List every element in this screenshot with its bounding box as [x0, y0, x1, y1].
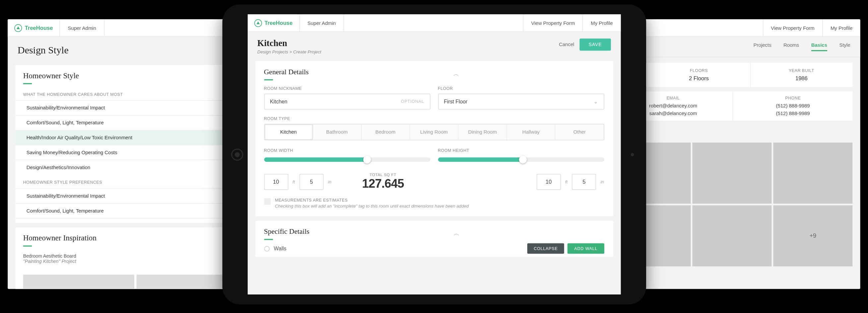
- nav-view-property-form[interactable]: View Property Form: [523, 14, 583, 31]
- brand[interactable]: TreeHouse: [8, 19, 60, 36]
- section-title-text: Specific Details: [264, 227, 309, 236]
- stat-label: FLOORS: [651, 68, 747, 73]
- unit-label: in: [601, 179, 604, 184]
- nav-my-profile[interactable]: My Profile: [822, 19, 860, 36]
- field-label: ROOM HEIGHT: [438, 148, 604, 153]
- nickname-field: ROOM NICKNAME Kitchen OPTIONAL: [264, 86, 430, 109]
- brand-name: TreeHouse: [25, 25, 53, 31]
- field-label: ROOM NICKNAME: [264, 86, 430, 91]
- input-value: Kitchen: [270, 98, 287, 104]
- room-height-field: ROOM HEIGHT: [438, 148, 604, 162]
- width-slider[interactable]: [264, 157, 430, 162]
- phone-value[interactable]: (512) 888-9989: [738, 111, 848, 116]
- unit-label: ft: [565, 179, 568, 184]
- contact-phone: PHONE (512) 888-9989 (512) 888-9989: [733, 92, 852, 121]
- section-title-text: General Details: [264, 68, 309, 76]
- segment-option[interactable]: Dining Room: [458, 124, 506, 139]
- nickname-input[interactable]: Kitchen OPTIONAL: [264, 94, 430, 109]
- checkbox-help: Checking this box will add an "incomplet…: [275, 204, 469, 209]
- section-title: General Details ︿: [264, 68, 604, 80]
- field-label: ROOM TYPE: [264, 116, 604, 121]
- segment-option[interactable]: Hallway: [506, 124, 555, 139]
- chevron-up-icon[interactable]: ︿: [453, 70, 459, 78]
- estimates-checkbox[interactable]: [264, 198, 271, 205]
- ipad-frame: TreeHouse Super Admin View Property Form…: [222, 4, 646, 304]
- save-button[interactable]: SAVE: [580, 38, 611, 51]
- camera-icon: [630, 153, 634, 156]
- stat-year-built: YEAR BUILT 1986: [750, 63, 853, 87]
- add-wall-button[interactable]: ADD WALL: [568, 243, 604, 254]
- estimates-checkbox-row: MEASUREMENTS ARE ESTIMATES Checking this…: [264, 198, 604, 209]
- unit-label: ft: [292, 179, 295, 184]
- width-ft-input[interactable]: 10: [264, 174, 288, 190]
- chevron-up-icon[interactable]: ︿: [454, 229, 460, 238]
- checkbox-label: MEASUREMENTS ARE ESTIMATES: [275, 198, 469, 202]
- room-width-field: ROOM WIDTH: [264, 148, 430, 162]
- radio-icon[interactable]: [264, 246, 270, 251]
- height-dims: 10 ft 5 in: [438, 174, 604, 190]
- select-value: First Floor: [444, 98, 467, 104]
- contact-label: PHONE: [738, 96, 848, 101]
- home-button-icon: [231, 148, 243, 160]
- breadcrumb[interactable]: Design Projects > Create Project: [257, 50, 321, 54]
- optional-badge: OPTIONAL: [401, 99, 424, 104]
- tab-projects[interactable]: Projects: [753, 42, 771, 52]
- walls-row: Walls COLLAPSE ADD WALL: [264, 240, 604, 254]
- height-ft-input[interactable]: 10: [536, 174, 561, 190]
- general-details-card: General Details ︿ ROOM NICKNAME Kitchen …: [255, 61, 613, 216]
- width-dims: 10 ft 5 in TOTAL SQ FT 127.645: [264, 173, 430, 191]
- nav-view-property-form[interactable]: View Property Form: [763, 19, 822, 36]
- grid-thumbnail[interactable]: [773, 143, 852, 204]
- height-slider[interactable]: [438, 157, 604, 162]
- more-images-button[interactable]: +9: [773, 205, 852, 266]
- sqft-value: 127.645: [336, 177, 430, 191]
- kitchen-form-screen: TreeHouse Super Admin View Property Form…: [247, 14, 620, 294]
- topbar: TreeHouse Super Admin View Property Form…: [247, 14, 620, 32]
- sqft-label: TOTAL SQ FT: [336, 173, 430, 177]
- phone-value[interactable]: (512) 888-9989: [738, 103, 848, 108]
- brand-name: TreeHouse: [265, 20, 293, 26]
- page-header: Kitchen Design Projects > Create Project…: [247, 32, 620, 57]
- slider-knob[interactable]: [363, 156, 371, 163]
- segment-option[interactable]: Bedroom: [361, 124, 409, 139]
- field-label: FLOOR: [438, 86, 604, 91]
- walls-label: Walls: [274, 245, 286, 251]
- grid-thumbnail[interactable]: [692, 205, 772, 266]
- grid-thumbnail[interactable]: [692, 143, 772, 204]
- nav-super-admin[interactable]: Super Admin: [60, 19, 104, 36]
- stat-value: 1986: [754, 75, 849, 81]
- total-sqft: TOTAL SQ FT 127.645: [336, 173, 430, 191]
- board-subtitle: "Painting Kitchen" Project: [23, 259, 76, 269]
- logo-icon: [14, 24, 22, 31]
- nav-super-admin[interactable]: Super Admin: [300, 14, 344, 31]
- segment-option[interactable]: Kitchen: [265, 124, 313, 139]
- stat-floors: FLOORS 2 Floors: [647, 63, 750, 87]
- tab-style[interactable]: Style: [839, 42, 850, 52]
- logo-icon: [254, 19, 261, 27]
- unit-label: in: [328, 179, 331, 184]
- brand[interactable]: TreeHouse: [247, 14, 300, 31]
- thumbnail[interactable]: [23, 275, 134, 289]
- field-label: ROOM WIDTH: [264, 148, 430, 153]
- slider-knob[interactable]: [519, 156, 527, 163]
- floor-field: FLOOR First Floor ⌄: [438, 86, 604, 109]
- segment-option[interactable]: Bathroom: [312, 124, 361, 139]
- section-title: Homeowner Inspiration: [23, 234, 96, 247]
- chevron-down-icon: ⌄: [593, 98, 598, 104]
- tab-rooms[interactable]: Rooms: [783, 42, 799, 52]
- width-in-input[interactable]: 5: [300, 174, 323, 190]
- height-in-input[interactable]: 5: [572, 174, 596, 190]
- section-title: Specific Details ︿: [264, 227, 604, 240]
- page-title: Kitchen: [257, 38, 321, 49]
- tab-basics[interactable]: Basics: [811, 42, 827, 52]
- segment-option[interactable]: Other: [555, 124, 603, 139]
- stat-label: YEAR BUILT: [754, 68, 849, 73]
- room-type-segment: Kitchen Bathroom Bedroom Living Room Din…: [264, 124, 604, 140]
- collapse-button[interactable]: COLLAPSE: [527, 243, 564, 254]
- nav-my-profile[interactable]: My Profile: [583, 14, 621, 31]
- stat-value: 2 Floors: [651, 75, 747, 81]
- floor-select[interactable]: First Floor ⌄: [438, 94, 604, 109]
- specific-details-card: Specific Details ︿ Walls COLLAPSE ADD WA…: [255, 221, 613, 257]
- segment-option[interactable]: Living Room: [409, 124, 458, 139]
- cancel-button[interactable]: Cancel: [559, 42, 575, 48]
